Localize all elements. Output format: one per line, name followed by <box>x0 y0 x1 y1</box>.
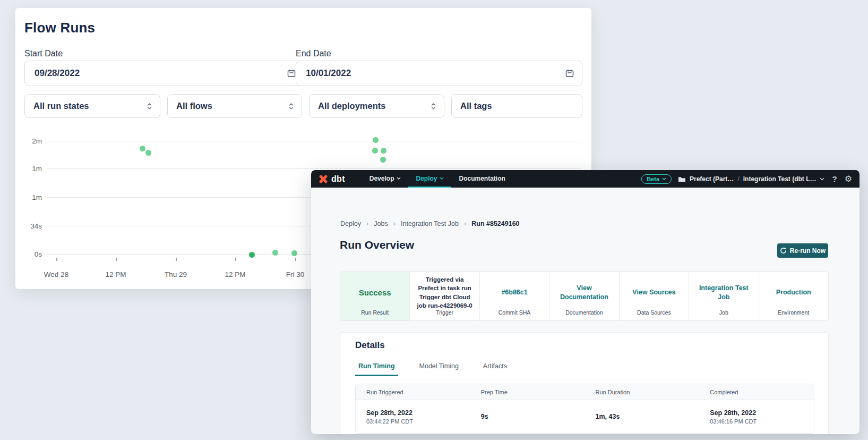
x-axis-tick-mark <box>235 258 236 261</box>
dbt-nav-right: Beta Prefect (Part… / Integration Test (… <box>641 170 852 188</box>
x-axis-tick-mark <box>176 258 177 261</box>
breadcrumb-item: Run #85249160 <box>471 220 519 227</box>
calendar-icon[interactable] <box>565 69 574 78</box>
table-cell: Sep 28th, 202203:44:22 PM CDT <box>356 409 470 425</box>
rerun-now-label: Re-run Now <box>790 247 826 255</box>
y-axis-tick-label: 0s <box>20 250 42 258</box>
chevron-down-icon <box>662 177 666 180</box>
dbt-nav-menu: DevelopDeployDocumentation <box>362 170 513 188</box>
filter-all-run-states[interactable]: All run states <box>24 94 160 118</box>
flow-run-point[interactable] <box>272 250 278 256</box>
nav-item-documentation[interactable]: Documentation <box>451 170 512 188</box>
nav-item-label: Develop <box>369 175 394 182</box>
filter-all-deployments[interactable]: All deployments <box>309 94 444 118</box>
card-main-value: #6b86c1 <box>501 288 527 297</box>
breadcrumb-item[interactable]: Integration Test Job <box>401 220 459 227</box>
table-cell: 9s <box>470 413 585 420</box>
calendar-icon[interactable] <box>287 69 296 78</box>
card-environment[interactable]: ProductionEnvironment <box>759 272 828 320</box>
tab-artifacts[interactable]: Artifacts <box>480 360 510 376</box>
end-date-field[interactable] <box>296 61 582 86</box>
project-name: Prefect (Part… <box>690 175 734 183</box>
rerun-now-button[interactable]: Re-run Now <box>777 243 828 258</box>
end-date-input[interactable] <box>306 68 565 79</box>
breadcrumb-item[interactable]: Deploy <box>340 220 361 227</box>
card-job[interactable]: Integration Test JobJob <box>689 272 758 320</box>
card-main-value: Production <box>776 288 811 297</box>
table-header-cell: Prep Time <box>470 389 585 395</box>
table-cell: 1m, 43s <box>585 413 700 420</box>
x-axis-tick-label: 12 PM <box>217 270 254 278</box>
account-project-switcher[interactable]: Prefect (Part… / Integration Test (dbt L… <box>678 175 824 183</box>
dbt-cloud-window: dbt DevelopDeployDocumentation Beta Pref… <box>311 170 860 434</box>
run-summary-cards: SuccessRun ResultTriggered via Prefect i… <box>340 272 829 321</box>
run-timing-table: Run TriggeredPrep TimeRun DurationComple… <box>355 384 814 434</box>
dbt-top-nav: dbt DevelopDeployDocumentation Beta Pref… <box>311 170 860 188</box>
filter-label: All deployments <box>318 101 385 111</box>
breadcrumb: Deploy›Jobs›Integration Test Job›Run #85… <box>340 219 520 227</box>
tab-run-timing[interactable]: Run Timing <box>355 360 398 376</box>
select-updown-icon <box>147 102 152 111</box>
flow-run-point[interactable] <box>145 150 151 156</box>
start-date-label: Start Date <box>24 49 63 58</box>
filter-label: All flows <box>176 101 212 111</box>
details-tabs: Run TimingModel TimingArtifacts <box>355 360 510 376</box>
x-axis-tick-mark <box>56 258 57 261</box>
flow-run-point[interactable] <box>291 250 297 256</box>
flow-run-point[interactable] <box>373 137 379 143</box>
chart-gridline <box>47 141 581 141</box>
table-cell: Sep 28th, 202203:46:16 PM CDT <box>699 409 814 425</box>
x-axis-tick-mark <box>116 258 117 261</box>
flow-run-point[interactable] <box>249 252 255 258</box>
cell-primary-text: Sep 28th, 2022 <box>366 409 460 417</box>
breadcrumb-item[interactable]: Jobs <box>374 220 388 227</box>
cell-primary-text: 9s <box>481 413 574 420</box>
filter-all-flows[interactable]: All flows <box>167 94 302 118</box>
flow-run-point[interactable] <box>372 148 378 154</box>
card-commit-sha[interactable]: #6b86c1Commit SHA <box>479 272 549 320</box>
beta-dropdown[interactable]: Beta <box>641 174 672 184</box>
card-main-value: Triggered via Prefect in task run Trigge… <box>415 275 474 309</box>
tab-model-timing[interactable]: Model Timing <box>416 360 462 376</box>
card-data-sources[interactable]: View SourcesData Sources <box>619 272 689 320</box>
x-axis-tick-label: Wed 28 <box>38 270 75 278</box>
nav-item-develop[interactable]: Develop <box>362 170 409 188</box>
card-label: Run Result <box>340 309 409 316</box>
card-main-value: Success <box>359 288 391 297</box>
flow-run-point[interactable] <box>381 148 386 154</box>
start-date-field[interactable] <box>24 61 304 86</box>
refresh-icon <box>780 247 787 254</box>
card-main-value: Integration Test Job <box>694 284 753 302</box>
page-title: Flow Runs <box>24 20 95 36</box>
card-documentation[interactable]: View DocumentationDocumentation <box>549 272 618 320</box>
breadcrumb-separator-icon: › <box>393 219 396 227</box>
table-header-cell: Completed <box>699 389 814 395</box>
help-icon[interactable]: ? <box>831 174 838 183</box>
nav-item-deploy[interactable]: Deploy <box>408 170 451 188</box>
card-label: Documentation <box>549 309 618 316</box>
start-date-input[interactable] <box>35 68 287 79</box>
card-label: Data Sources <box>620 309 689 316</box>
breadcrumb-separator-icon: › <box>366 219 368 227</box>
card-main-value: View Sources <box>632 288 675 297</box>
x-axis-tick-label: 12 PM <box>97 270 134 278</box>
gear-icon[interactable]: ⚙ <box>845 175 852 183</box>
x-axis-tick-mark <box>295 258 296 261</box>
flow-run-point[interactable] <box>380 157 386 163</box>
filter-label: All run states <box>33 101 89 111</box>
nav-item-label: Deploy <box>416 175 437 182</box>
flow-run-point[interactable] <box>140 146 145 151</box>
folder-icon <box>678 176 686 182</box>
y-axis-tick-label: 2m <box>20 137 42 145</box>
filter-all-tags[interactable]: All tags <box>451 94 582 118</box>
chart-gridline <box>47 168 581 169</box>
y-axis-tick-label: 1m <box>20 193 42 201</box>
card-label: Job <box>689 309 758 316</box>
dbt-logo[interactable]: dbt <box>319 170 345 188</box>
dbt-logo-icon <box>319 174 328 184</box>
card-run-result: SuccessRun Result <box>340 272 409 320</box>
dbt-brand-text: dbt <box>331 174 345 184</box>
details-title: Details <box>355 340 385 351</box>
card-main-value: View Documentation <box>555 284 613 302</box>
beta-label: Beta <box>647 176 659 182</box>
